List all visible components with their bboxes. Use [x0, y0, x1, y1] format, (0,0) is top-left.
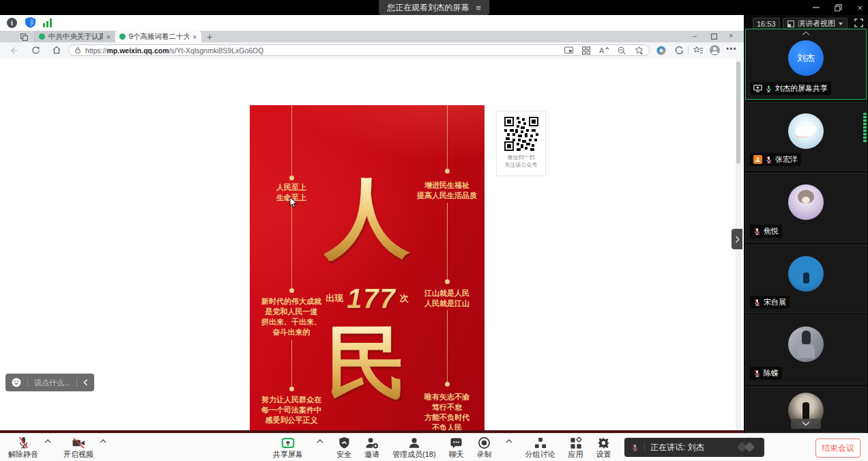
lock-icon	[74, 46, 81, 54]
decor-dot	[445, 169, 450, 173]
quick-chat-bubble[interactable]: 说点什么...	[5, 374, 94, 391]
mic-options-chevron-icon[interactable]	[44, 439, 51, 443]
apps-icon	[570, 437, 582, 449]
tab-switcher-icon[interactable]	[20, 33, 28, 41]
chevron-down-icon	[839, 23, 843, 25]
browser-restore-icon[interactable]	[711, 33, 717, 40]
invite-button[interactable]: 邀请	[364, 436, 379, 458]
tab-close-icon[interactable]: ×	[192, 33, 197, 41]
avatar: 刘杰	[788, 40, 824, 76]
mic-muted-icon	[753, 369, 761, 378]
unmute-button[interactable]: 解除静音	[8, 436, 38, 458]
breakout-button[interactable]: 分组讨论	[525, 436, 555, 458]
participant-tile-jiaoyue[interactable]: 焦悦	[745, 173, 867, 242]
poster-glyph-ren: 人	[324, 175, 410, 261]
manage-members-button[interactable]: 管理成员(18)	[392, 436, 436, 458]
browser-tab-1[interactable]: 中共中央关于认真学习宣传贯彻 ×	[34, 31, 115, 42]
address-bar[interactable]: https://mp.weixin.qq.com/s/Yt-Xqlsgnmki8…	[68, 44, 650, 56]
defender-shield-icon[interactable]	[25, 17, 35, 28]
extension-globe-icon[interactable]	[656, 46, 666, 55]
apps-button[interactable]: 应用	[568, 436, 583, 458]
avatar-art	[802, 197, 810, 204]
avatar	[788, 184, 824, 220]
speaker-view-icon	[787, 20, 794, 27]
end-meeting-button[interactable]: 结束会议	[815, 438, 860, 458]
unmute-label: 解除静音	[8, 450, 38, 458]
record-button[interactable]: 录制	[477, 436, 492, 458]
tab-close-icon[interactable]: ×	[106, 33, 111, 41]
stats-bars-icon[interactable]	[43, 18, 53, 27]
share-screen-icon	[281, 437, 295, 449]
participant-name: 陈蝶	[764, 368, 779, 378]
wechat-favicon	[39, 33, 45, 40]
avatar-art	[803, 273, 809, 283]
chat-placeholder[interactable]: 说点什么...	[34, 378, 70, 388]
chat-button[interactable]: 聊天	[449, 436, 464, 458]
home-icon[interactable]	[52, 45, 61, 55]
url-text: https://mp.weixin.qq.com/s/Yt-Xqlsgnmki8…	[85, 46, 263, 55]
browser-close-icon[interactable]: ×	[729, 31, 733, 40]
decor-line	[291, 340, 292, 387]
grid-icon[interactable]	[582, 46, 590, 55]
participants-sidebar: 16:53 演讲者视图 刘杰 刘杰的屏幕共享	[744, 15, 868, 433]
start-video-button[interactable]: 开启视频	[63, 436, 93, 458]
share-options-chevron-icon[interactable]	[317, 439, 323, 443]
record-options-chevron-icon[interactable]	[506, 439, 512, 443]
share-screen-label: 共享屏幕	[273, 450, 303, 458]
share-screen-button[interactable]: 共享屏幕	[273, 436, 303, 458]
browser-tab-2-active[interactable]: 9个高频词看二十大报告 ×	[115, 31, 201, 42]
emoji-icon[interactable]	[12, 378, 21, 387]
record-icon	[478, 436, 491, 449]
info-icon[interactable]: i	[7, 18, 17, 28]
participant-label: 宋自展	[750, 296, 790, 309]
chevron-up-icon[interactable]	[802, 31, 810, 36]
reader-view-icon[interactable]	[564, 46, 573, 54]
settings-button[interactable]: 设置	[596, 436, 611, 458]
divider	[644, 443, 645, 452]
view-mode-label: 演讲者视图	[798, 18, 835, 29]
manage-members-label: 管理成员(18)	[392, 450, 436, 458]
minimize-icon[interactable]	[813, 4, 820, 11]
speaking-status-pill: 正在讲话: 刘杰	[624, 438, 764, 457]
participant-label: 陈蝶	[750, 367, 782, 380]
sidebar-collapse-handle[interactable]	[732, 229, 742, 249]
screen-share-icon	[753, 85, 762, 92]
floating-icons-row: i	[0, 15, 744, 31]
browser-minimize-icon[interactable]: –	[693, 31, 697, 40]
scroll-down-button[interactable]	[791, 419, 821, 429]
participant-tile-chendie[interactable]: 陈蝶	[745, 315, 867, 385]
shared-screen: i 中共中央关于认真学习宣传贯彻 × 9个高频词看二十大报告 ×	[0, 15, 744, 433]
decor-dot	[289, 176, 294, 180]
count-prefix: 出现	[326, 292, 343, 305]
toolbar-center-group: 共享屏幕 安全 邀请 管理成员(18) 聊天 录制	[273, 436, 611, 458]
back-icon[interactable]	[9, 46, 18, 55]
mic-muted-icon	[765, 156, 772, 164]
apps-label: 应用	[568, 450, 583, 458]
avatar-art	[798, 344, 815, 358]
scrollbar-thumb[interactable]	[736, 61, 740, 164]
text-size-icon[interactable]: A	[599, 46, 609, 55]
participant-tile-liujie[interactable]: 刘杰 刘杰的屏幕共享	[745, 29, 867, 100]
circular-arrow-icon[interactable]	[675, 46, 684, 55]
count-value: 177	[347, 285, 396, 312]
participant-tile-zhanghongyang[interactable]: 张宏洋	[745, 102, 867, 171]
close-icon[interactable]: ×	[857, 3, 863, 13]
zoom-out-icon[interactable]	[618, 46, 626, 55]
new-tab-icon[interactable]: +	[207, 31, 212, 42]
more-menu-icon[interactable]: •••	[726, 44, 737, 54]
participant-tile-partial[interactable]	[745, 387, 867, 433]
video-options-chevron-icon[interactable]	[100, 439, 106, 443]
participant-tile-songzizhan[interactable]: 宋自展	[745, 245, 867, 313]
restore-icon[interactable]	[835, 4, 842, 12]
avatar	[788, 113, 824, 149]
refresh-icon[interactable]	[31, 46, 40, 55]
fullscreen-icon[interactable]	[854, 18, 863, 27]
favorites-bar-icon[interactable]	[693, 46, 703, 55]
security-button[interactable]: 安全	[336, 436, 351, 458]
favorite-add-icon[interactable]	[635, 46, 643, 55]
view-mode-selector[interactable]: 演讲者视图	[783, 18, 848, 29]
banner-menu-icon[interactable]: ≡	[476, 3, 481, 13]
mic-muted-icon	[753, 298, 761, 307]
collapse-chat-icon[interactable]	[83, 379, 88, 386]
profile-avatar[interactable]	[710, 45, 720, 55]
